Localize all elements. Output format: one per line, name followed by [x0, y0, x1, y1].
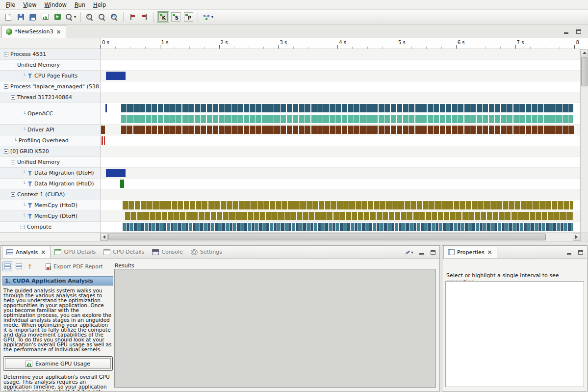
row-label-openacc[interactable]: └OpenACC: [0, 103, 101, 125]
export-pdf-button[interactable]: Export PDF Report: [43, 262, 105, 271]
tab-settings[interactable]: Settings: [187, 246, 226, 258]
minimize-button[interactable]: [562, 28, 570, 35]
process-toggle-button[interactable]: P: [182, 11, 195, 23]
session-tab[interactable]: *NewSession3 ×: [1, 25, 66, 38]
row-label-memcpy-dtoh[interactable]: └MemCpy (DtoH): [0, 211, 101, 222]
filter-icon[interactable]: [27, 214, 32, 219]
collapse-icon[interactable]: [4, 84, 8, 89]
timeline-bar[interactable]: [125, 212, 574, 220]
timeline-bar[interactable]: [106, 72, 126, 80]
maximize-button[interactable]: [574, 28, 583, 35]
zoom-fit-button[interactable]: ↔: [108, 11, 120, 23]
row-label-memcpy-htod[interactable]: └MemCpy (HtoD): [0, 200, 101, 211]
row-track-memcpy-htod[interactable]: [101, 200, 580, 211]
maximize-button[interactable]: [576, 249, 585, 256]
kernel-toggle-button[interactable]: K: [157, 11, 169, 23]
save-session-button[interactable]: [15, 11, 26, 23]
guided-analysis-toggle[interactable]: [2, 261, 12, 271]
row-track-openacc[interactable]: [101, 103, 580, 125]
row-track-process-4531[interactable]: [101, 49, 580, 60]
close-icon[interactable]: ×: [40, 249, 46, 256]
next-marker-button[interactable]: [127, 11, 138, 23]
row-track-unified-memory[interactable]: [101, 60, 580, 71]
close-icon[interactable]: ×: [487, 249, 493, 256]
row-track-thread-3172140864[interactable]: [101, 92, 580, 103]
filter-icon[interactable]: [27, 171, 32, 176]
row-track-compute[interactable]: [101, 222, 580, 233]
row-track-driver-api[interactable]: [101, 125, 580, 135]
save-all-button[interactable]: [27, 11, 39, 23]
tab-gpu-details[interactable]: GPU Details: [51, 246, 100, 258]
row-label-process-4531[interactable]: Process 4531: [0, 49, 101, 60]
row-track-cpu-page-faults[interactable]: [101, 71, 580, 81]
minimize-button[interactable]: [564, 249, 573, 256]
timeline-bar[interactable]: [105, 104, 107, 112]
zoom-in-button[interactable]: +: [84, 11, 96, 23]
new-session-button[interactable]: [2, 11, 14, 23]
row-label-data-migration-dtoh[interactable]: └Data Migration (DtoH): [0, 168, 101, 179]
analysis-menu-button[interactable]: ▾: [201, 11, 215, 23]
close-icon[interactable]: ×: [55, 28, 61, 35]
maximize-button[interactable]: [429, 249, 437, 256]
timeline-vertical-scrollbar[interactable]: [580, 49, 588, 233]
collapse-icon[interactable]: [11, 95, 15, 100]
row-label-cpu-page-faults[interactable]: └CPU Page Faults: [0, 71, 101, 81]
menu-view[interactable]: View: [19, 0, 40, 9]
row-track-data-migration-dtoh[interactable]: [101, 168, 580, 179]
stream-toggle-button[interactable]: S: [170, 11, 182, 23]
row-label-unified-memory[interactable]: Unified Memory: [0, 60, 101, 71]
row-label-thread-3172140864[interactable]: Thread 3172140864: [0, 92, 101, 103]
scroll-right-button[interactable]: [573, 233, 580, 241]
export-data-button[interactable]: [51, 11, 63, 23]
collapse-icon[interactable]: [11, 160, 15, 164]
row-label-unified-memory[interactable]: Unified Memory: [0, 157, 101, 168]
collapse-icon[interactable]: [21, 225, 25, 229]
row-label-0-grid-k520[interactable]: [0] GRID K520: [0, 146, 101, 157]
row-track-context-1-cuda[interactable]: [101, 189, 580, 200]
filter-icon[interactable]: [27, 74, 32, 78]
tab-cpu-details[interactable]: CPU Details: [100, 246, 148, 258]
tab-analysis[interactable]: Analysis×: [2, 246, 51, 258]
collapse-icon[interactable]: [4, 149, 8, 154]
collapse-icon[interactable]: [11, 63, 15, 67]
menu-run[interactable]: Run: [71, 0, 89, 9]
vertical-scroll-thumb[interactable]: [581, 57, 588, 86]
row-label-context-1-cuda[interactable]: Context 1 (CUDA): [0, 189, 101, 200]
row-label-driver-api[interactable]: └Driver API: [0, 125, 101, 135]
timeline-bar[interactable]: [120, 180, 125, 188]
filter-icon[interactable]: [27, 203, 32, 208]
row-track-profiling-overhead[interactable]: [101, 135, 580, 146]
collapse-button[interactable]: ↑: [25, 261, 35, 271]
collapse-icon[interactable]: [11, 192, 15, 197]
row-track-0-grid-k520[interactable]: [101, 146, 580, 157]
timeline-bar[interactable]: [102, 136, 103, 145]
timeline-bar[interactable]: [121, 115, 573, 123]
filter-icon[interactable]: [27, 182, 32, 186]
timeline-bar[interactable]: [121, 104, 573, 112]
view-options-button[interactable]: ▾: [64, 11, 77, 23]
row-track-memcpy-dtoh[interactable]: [101, 211, 580, 222]
prev-marker-button[interactable]: [139, 11, 151, 23]
scroll-up-button[interactable]: [581, 49, 588, 56]
tab-properties[interactable]: Properties ×: [443, 246, 497, 258]
row-label-profiling-overhead[interactable]: └Profiling Overhead: [0, 135, 101, 146]
timeline-horizontal-scrollbar[interactable]: [101, 233, 580, 241]
timeline-bar[interactable]: [123, 223, 573, 231]
menu-help[interactable]: Help: [89, 0, 110, 9]
profile-application-button[interactable]: [39, 11, 51, 23]
collapse-icon[interactable]: [4, 52, 8, 56]
horizontal-scroll-thumb[interactable]: [108, 234, 546, 240]
timeline-bar[interactable]: [106, 169, 126, 177]
row-label-compute[interactable]: Compute: [0, 222, 101, 233]
row-label-process-laplace-managed-538[interactable]: Process "laplace_managed" (538: [0, 81, 101, 92]
unguided-analysis-toggle[interactable]: [14, 261, 24, 271]
row-track-data-migration-htod[interactable]: [101, 179, 580, 189]
examine-gpu-usage-button[interactable]: Examine GPU Usage: [5, 358, 111, 369]
menu-file[interactable]: File: [2, 0, 19, 9]
scroll-left-button[interactable]: [101, 233, 108, 241]
minimize-button[interactable]: [417, 249, 426, 256]
timeline-bar[interactable]: [104, 136, 105, 145]
zoom-out-button[interactable]: −: [96, 11, 108, 23]
view-menu-button[interactable]: ▾: [404, 247, 414, 257]
row-label-data-migration-htod[interactable]: └Data Migration (HtoD): [0, 179, 101, 189]
